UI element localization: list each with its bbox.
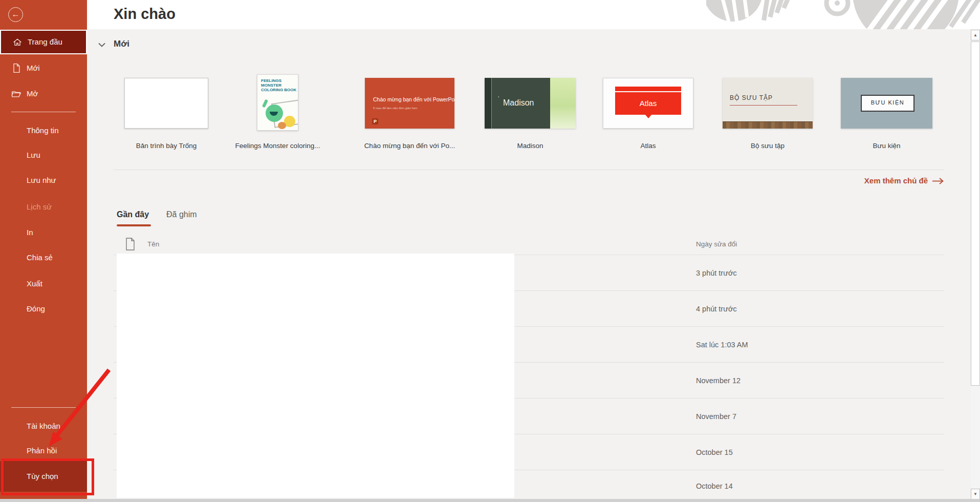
sidebar-item-label: Mở [27, 87, 38, 100]
chevron-down-icon[interactable] [98, 43, 105, 47]
thumb-title: BỘ SƯU TẬP [730, 94, 797, 106]
template-label: Madison [478, 142, 582, 150]
template-label: Bản trình bày Trống [118, 142, 214, 150]
template-label: Bưu kiện [835, 142, 939, 150]
sidebar-item-info[interactable]: Thông tin [27, 125, 83, 136]
thumb-title: Chào mừng bạn đến với PowerPoint [373, 96, 454, 102]
see-more-themes-label: Xem thêm chủ đề [864, 176, 928, 185]
redacted-file-names-overlay [117, 254, 514, 498]
thumb-title: Madison [503, 98, 534, 108]
file-date: 3 phút trước [696, 255, 737, 291]
column-header-name[interactable]: Tên [147, 240, 159, 248]
back-button[interactable]: ← [8, 7, 23, 22]
sidebar-item-open[interactable]: Mở [0, 87, 87, 100]
sidebar-item-label: Trang đầu [28, 31, 62, 53]
powerpoint-backstage: Xin chào [0, 0, 980, 502]
thumb-title: Atlas [615, 99, 682, 108]
template-label: Chào mừng bạn đến với Po... [359, 142, 461, 150]
section-title-new: Mới [114, 39, 129, 49]
template-thumbnail: BỘ SƯU TẬP [723, 78, 813, 129]
template-atlas[interactable]: Atlas Atlas [603, 78, 693, 155]
template-thumbnail: Atlas [603, 78, 693, 129]
window-bottom-edge [0, 499, 980, 502]
sidebar-item-label: Mới [27, 61, 40, 75]
sidebar-item-share[interactable]: Chia sẻ [27, 252, 83, 263]
sidebar-item-home[interactable]: Trang đầu [0, 30, 87, 54]
open-folder-icon [11, 89, 21, 99]
file-date: October 15 [696, 434, 733, 470]
template-blank[interactable]: Bản trình bày Trống [124, 78, 208, 155]
vertical-scrollbar[interactable]: ▲ ▼ [971, 30, 980, 502]
sidebar-item-save[interactable]: Lưu [27, 150, 83, 161]
template-parcel[interactable]: BƯU KIỆN Bưu kiện [841, 78, 932, 155]
annotation-highlight-box [1, 458, 94, 495]
template-label: Feelings Monster coloring... [229, 142, 326, 150]
scroll-up-button[interactable]: ▲ [971, 30, 980, 40]
sidebar-item-print[interactable]: In [27, 227, 83, 238]
template-label: Bộ sưu tập [716, 142, 819, 150]
file-date: 4 phút trước [696, 291, 737, 327]
tab-selected-underline [117, 224, 151, 226]
template-thumbnail [124, 78, 208, 129]
template-label: Atlas [597, 142, 700, 150]
template-feelings-monster[interactable]: FEELINGS MONSTER COLORING BOOK Feelings … [235, 78, 320, 155]
file-date: November 12 [696, 363, 741, 399]
scroll-down-button[interactable]: ▼ [971, 489, 980, 499]
template-madison[interactable]: ʼ Madison Madison [485, 78, 576, 155]
section-divider [114, 170, 944, 170]
file-date: Sat lúc 1:03 AM [696, 327, 748, 363]
home-icon [12, 37, 23, 48]
right-arrow-icon [932, 178, 944, 184]
thumb-title: BƯU KIỆN [871, 99, 904, 106]
sidebar-divider [11, 407, 76, 408]
decorative-illustration [706, 0, 980, 29]
sidebar-item-saveas[interactable]: Lưu như [27, 175, 83, 186]
sidebar-divider [11, 112, 76, 112]
template-thumbnail: FEELINGS MONSTER COLORING BOOK [257, 74, 298, 131]
back-arrow-icon: ← [12, 10, 20, 18]
page-title: Xin chào [114, 6, 176, 23]
tab-recent[interactable]: Gần đây [117, 210, 149, 219]
thumb-subtitle: 5 mẹo để làm việc đơn giản hơn [373, 107, 417, 110]
sidebar-item-feedback[interactable]: Phản hồi [27, 445, 83, 456]
sidebar-item-history: Lịch sử [27, 201, 83, 213]
document-icon [125, 238, 135, 250]
sidebar-item-account[interactable]: Tài khoản [27, 421, 83, 432]
template-thumbnail: ʼ Madison [485, 78, 576, 129]
new-document-icon [11, 63, 21, 73]
sidebar: ← Trang đầu Mới Mở Thông tin Lưu Lưu như… [0, 0, 87, 502]
see-more-themes-link[interactable]: Xem thêm chủ đề [819, 176, 944, 185]
file-date: November 7 [696, 399, 736, 434]
thumb-title: FEELINGS MONSTER COLORING BOOK [261, 78, 297, 92]
sidebar-item-new[interactable]: Mới [0, 61, 87, 75]
sidebar-item-export[interactable]: Xuất [27, 278, 83, 289]
template-thumbnail: Chào mừng bạn đến với PowerPoint 5 mẹo đ… [365, 78, 454, 129]
file-date: October 14 [696, 470, 733, 502]
scrollbar-thumb[interactable] [971, 41, 980, 386]
powerpoint-logo-icon: P [372, 118, 378, 124]
column-header-date[interactable]: Ngày sửa đổi [696, 240, 737, 248]
tab-pinned[interactable]: Đã ghim [166, 210, 197, 219]
template-gallery[interactable]: BỘ SƯU TẬP Bộ sưu tập [723, 78, 813, 155]
template-welcome[interactable]: Chào mừng bạn đến với PowerPoint 5 mẹo đ… [365, 78, 454, 155]
template-thumbnail: BƯU KIỆN [841, 78, 932, 129]
sidebar-item-close[interactable]: Đóng [27, 303, 83, 315]
